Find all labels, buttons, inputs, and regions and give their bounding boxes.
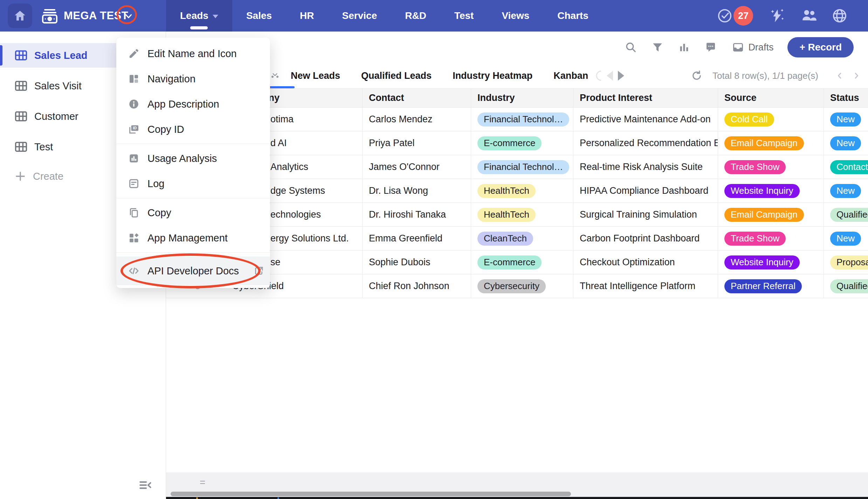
source-tag: Email Campaign <box>724 136 804 150</box>
product-interest-cell: Surgical Training Simulation <box>573 203 718 226</box>
menu-item-copy[interactable]: Copy <box>116 200 270 225</box>
column-header-source[interactable]: Source <box>718 89 824 107</box>
id-card-icon: ID <box>128 123 140 135</box>
nav-tab-label: R&D <box>405 10 426 21</box>
search-icon[interactable] <box>625 41 637 53</box>
sidebar-item-label: Test <box>34 141 53 153</box>
copy-icon <box>128 207 140 219</box>
nav-tab-label: Views <box>502 10 529 21</box>
table-row[interactable]: d AI Priya Patel E-commerce Personalized… <box>166 131 868 155</box>
table-grid-icon <box>14 140 28 154</box>
menu-item-app-description[interactable]: App Description <box>116 91 270 117</box>
menu-item-label: Edit Name and Icon <box>147 48 237 60</box>
row-count-label: Total 8 row(s), 1/1 page(s) <box>712 70 818 81</box>
notification-badge[interactable]: 27 <box>733 6 753 26</box>
table-row[interactable]: dge Systems Dr. Lisa Wong HealthTech HIP… <box>166 179 868 203</box>
industry-tag: Cybersecurity <box>477 279 546 293</box>
contact-cell: Sophie Dubois <box>363 251 471 274</box>
sidebar-item-label: Customer <box>34 111 78 122</box>
menu-item-edit-name-and-icon[interactable]: Edit Name and Icon <box>116 41 270 66</box>
contact-cell: Priya Patel <box>363 131 471 155</box>
prev-page-icon[interactable] <box>834 70 845 81</box>
globe-icon[interactable] <box>832 8 848 24</box>
status-tag: Contacted <box>830 160 868 174</box>
menu-item-copy-id[interactable]: ID Copy ID <box>116 117 270 142</box>
record-label: + Record <box>799 42 842 53</box>
industry-tag: HealthTech <box>477 184 536 198</box>
active-view-chevron-down-icon[interactable] <box>271 71 279 80</box>
tasks-check-circle-icon[interactable] <box>717 8 733 24</box>
scroll-tabs-right-icon[interactable] <box>618 71 624 81</box>
column-header-status[interactable]: Status <box>824 89 868 107</box>
view-tab-kanban[interactable]: Kanban <box>553 70 588 81</box>
table-row[interactable]: echnologies Dr. Hiroshi Tanaka HealthTec… <box>166 203 868 227</box>
table-row[interactable]: otima Carlos Mendez Financial Technol… P… <box>166 108 868 131</box>
source-tag: Trade Show <box>724 232 786 246</box>
table-row[interactable]: Analytics James O'Connor Financial Techn… <box>166 155 868 179</box>
menu-item-usage-analysis[interactable]: Usage Analysis <box>116 146 270 171</box>
next-page-icon[interactable] <box>851 70 862 81</box>
nav-tab-charts[interactable]: Charts <box>543 0 602 32</box>
nav-tab-leads[interactable]: Leads <box>166 0 232 32</box>
view-tab-qualified-leads[interactable]: Qualified Leads <box>361 70 432 81</box>
red-annotation-circle-chevron <box>117 5 137 24</box>
company-cell: se <box>270 257 281 268</box>
add-record-button[interactable]: + Record <box>787 37 854 57</box>
automation-bolt-icon[interactable] <box>769 8 785 24</box>
table-grid-icon <box>14 109 28 123</box>
sidebar-collapse-button[interactable] <box>137 477 153 493</box>
table-row[interactable]: 8 CyberShield Chief Ron Johnson Cybersec… <box>166 274 868 298</box>
column-header-product-interest[interactable]: Product Interest <box>573 89 718 107</box>
nav-tab-service[interactable]: Service <box>328 0 391 32</box>
info-icon <box>128 98 140 110</box>
table-header-row: Company Contact Industry Product Interes… <box>166 89 868 108</box>
drafts-button[interactable]: Drafts <box>732 41 773 53</box>
contact-cell: Emma Greenfield <box>363 227 471 250</box>
status-tag: New <box>830 184 861 198</box>
home-button[interactable] <box>8 4 32 28</box>
product-interest-cell: Real-time Risk Analysis Suite <box>573 155 718 179</box>
svg-text:ID: ID <box>133 126 137 130</box>
contact-cell: Dr. Lisa Wong <box>363 179 471 203</box>
comment-icon[interactable] <box>705 41 717 53</box>
source-tag: Website Inquiry <box>724 255 800 269</box>
nav-tab-sales[interactable]: Sales <box>232 0 286 32</box>
members-people-icon[interactable] <box>800 7 818 25</box>
nav-tab-views[interactable]: Views <box>488 0 543 32</box>
sidebar-item-label: Sales Lead <box>34 50 88 61</box>
product-interest-cell: Carbon Footprint Dashboard <box>573 227 718 250</box>
product-interest-cell: Predictive Maintenance Add-on <box>573 108 718 131</box>
status-tag: Qualified <box>830 279 868 293</box>
table-grid-icon <box>14 48 28 62</box>
menu-item-label: Usage Analysis <box>147 153 217 164</box>
company-cell: echnologies <box>270 209 321 220</box>
view-tab-new-leads[interactable]: New Leads <box>291 70 340 81</box>
chart-icon[interactable] <box>678 41 690 53</box>
nav-tab-rd[interactable]: R&D <box>391 0 440 32</box>
menu-item-navigation[interactable]: Navigation <box>116 66 270 91</box>
product-interest-cell: Checkout Optimization <box>573 251 718 274</box>
nav-tab-test[interactable]: Test <box>440 0 488 32</box>
scroll-tabs-left-icon[interactable] <box>607 71 613 81</box>
filter-icon[interactable] <box>652 41 663 53</box>
row-height-handle[interactable]: = <box>200 472 205 493</box>
view-tab-industry-heatmap[interactable]: Industry Heatmap <box>453 70 532 81</box>
log-icon <box>128 178 140 190</box>
industry-tag: E-commerce <box>477 136 542 150</box>
blocks-icon <box>128 232 140 244</box>
refresh-icon[interactable] <box>691 70 703 82</box>
table-row[interactable]: se Sophie Dubois E-commerce Checkout Opt… <box>166 251 868 274</box>
column-header-contact[interactable]: Contact <box>363 89 471 107</box>
menu-item-label: Copy <box>147 207 171 219</box>
view-tabs-bar: New Leads Qualified Leads Industry Heatm… <box>166 63 868 89</box>
horizontal-scrollbar[interactable] <box>171 492 571 496</box>
contact-cell: Dr. Hiroshi Tanaka <box>363 203 471 226</box>
content-toolbar: Drafts + Record <box>166 32 868 63</box>
table-row[interactable]: ergy Solutions Ltd. Emma Greenfield Clea… <box>166 227 868 251</box>
nav-tab-hr[interactable]: HR <box>286 0 328 32</box>
menu-item-label: Log <box>147 178 164 190</box>
menu-item-log[interactable]: Log <box>116 171 270 196</box>
column-header-industry[interactable]: Industry <box>471 89 573 107</box>
menu-item-app-management[interactable]: App Management <box>116 225 270 251</box>
layout-icon <box>128 73 140 85</box>
